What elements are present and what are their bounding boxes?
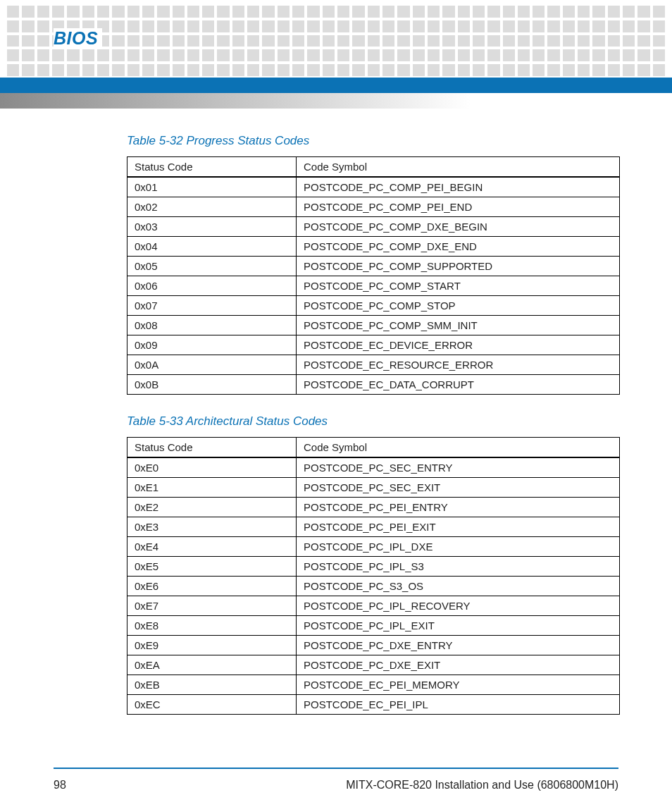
page-number: 98 [54,779,66,791]
code-symbol-cell: POSTCODE_PC_SEC_EXIT [297,478,620,498]
table-row: 0xE8POSTCODE_PC_IPL_EXIT [127,616,620,636]
code-symbol-cell: POSTCODE_PC_PEI_EXIT [297,517,620,537]
status-code-cell: 0xE9 [127,636,297,655]
status-code-cell: 0x02 [127,197,297,217]
code-symbol-cell: POSTCODE_PC_COMP_STOP [297,296,620,316]
status-code-cell: 0xE3 [127,517,297,537]
status-code-cell: 0xEC [127,695,297,715]
table-row: 0xE3POSTCODE_PC_PEI_EXIT [127,517,620,537]
status-code-cell: 0x05 [127,257,297,276]
code-symbol-cell: POSTCODE_PC_COMP_START [297,276,620,296]
code-symbol-cell: POSTCODE_PC_COMP_PEI_BEGIN [297,177,620,197]
table-row: 0xECPOSTCODE_EC_PEI_IPL [127,695,620,715]
table-architectural-status-codes: Status Code Code Symbol 0xE0POSTCODE_PC_… [127,437,620,715]
table-row: 0xE7POSTCODE_PC_IPL_RECOVERY [127,596,620,616]
table-row: 0x0BPOSTCODE_EC_DATA_CORRUPT [127,375,620,395]
code-symbol-cell: POSTCODE_PC_COMP_DXE_BEGIN [297,217,620,237]
status-code-cell: 0x0A [127,355,297,375]
status-code-cell: 0xE5 [127,557,297,577]
code-symbol-cell: POSTCODE_PC_IPL_DXE [297,537,620,557]
status-code-cell: 0xE8 [127,616,297,636]
table-row: 0x03POSTCODE_PC_COMP_DXE_BEGIN [127,217,620,237]
table-header: Status Code [127,438,297,458]
table-row: 0x08POSTCODE_PC_COMP_SMM_INIT [127,316,620,335]
code-symbol-cell: POSTCODE_PC_DXE_EXIT [297,655,620,675]
table-caption-progress: Table 5-32 Progress Status Codes [127,134,620,148]
code-symbol-cell: POSTCODE_PC_COMP_PEI_END [297,197,620,217]
table-row: 0xE4POSTCODE_PC_IPL_DXE [127,537,620,557]
table-row: 0xE2POSTCODE_PC_PEI_ENTRY [127,498,620,517]
table-row: 0x02POSTCODE_PC_COMP_PEI_END [127,197,620,217]
table-row: 0x07POSTCODE_PC_COMP_STOP [127,296,620,316]
table-row: 0xE6POSTCODE_PC_S3_OS [127,577,620,596]
table-header: Code Symbol [297,157,620,178]
status-code-cell: 0x04 [127,237,297,257]
code-symbol-cell: POSTCODE_PC_COMP_SMM_INIT [297,316,620,335]
table-caption-architectural: Table 5-33 Architectural Status Codes [127,414,620,429]
table-row: 0x01POSTCODE_PC_COMP_PEI_BEGIN [127,177,620,197]
table-progress-status-codes: Status Code Code Symbol 0x01POSTCODE_PC_… [127,156,620,395]
status-code-cell: 0x08 [127,316,297,335]
table-row: 0xE1POSTCODE_PC_SEC_EXIT [127,478,620,498]
status-code-cell: 0xE0 [127,457,297,478]
table-row: 0x05POSTCODE_PC_COMP_SUPPORTED [127,257,620,276]
code-symbol-cell: POSTCODE_EC_DATA_CORRUPT [297,375,620,395]
code-symbol-cell: POSTCODE_EC_RESOURCE_ERROR [297,355,620,375]
status-code-cell: 0xE7 [127,596,297,616]
footer-rule [54,768,618,769]
code-symbol-cell: POSTCODE_EC_DEVICE_ERROR [297,335,620,355]
status-code-cell: 0xEA [127,655,297,675]
header-blue-bar [0,78,672,93]
page-footer: 98 MITX-CORE-820 Installation and Use (6… [54,779,618,791]
table-row: 0xEBPOSTCODE_EC_PEI_MEMORY [127,675,620,695]
code-symbol-cell: POSTCODE_EC_PEI_MEMORY [297,675,620,695]
status-code-cell: 0xE2 [127,498,297,517]
page-content: Table 5-32 Progress Status Codes Status … [127,127,620,715]
code-symbol-cell: POSTCODE_EC_PEI_IPL [297,695,620,715]
table-row: 0x0APOSTCODE_EC_RESOURCE_ERROR [127,355,620,375]
table-row: 0xE5POSTCODE_PC_IPL_S3 [127,557,620,577]
table-row: 0x04POSTCODE_PC_COMP_DXE_END [127,237,620,257]
status-code-cell: 0x03 [127,217,297,237]
table-header: Code Symbol [297,438,620,458]
status-code-cell: 0x01 [127,177,297,197]
code-symbol-cell: POSTCODE_PC_IPL_S3 [297,557,620,577]
code-symbol-cell: POSTCODE_PC_DXE_ENTRY [297,636,620,655]
status-code-cell: 0x09 [127,335,297,355]
doc-title: MITX-CORE-820 Installation and Use (6806… [346,779,618,791]
status-code-cell: 0x07 [127,296,297,316]
table-row: 0xE0POSTCODE_PC_SEC_ENTRY [127,457,620,478]
table-row: 0xE9POSTCODE_PC_DXE_ENTRY [127,636,620,655]
code-symbol-cell: POSTCODE_PC_COMP_SUPPORTED [297,257,620,276]
status-code-cell: 0xE6 [127,577,297,596]
status-code-cell: 0x06 [127,276,297,296]
table-row: 0x09POSTCODE_EC_DEVICE_ERROR [127,335,620,355]
header-gradient-bar [0,93,672,109]
status-code-cell: 0xE4 [127,537,297,557]
section-title: BIOS [54,28,102,49]
code-symbol-cell: POSTCODE_PC_IPL_RECOVERY [297,596,620,616]
code-symbol-cell: POSTCODE_PC_PEI_ENTRY [297,498,620,517]
table-row: 0xEAPOSTCODE_PC_DXE_EXIT [127,655,620,675]
code-symbol-cell: POSTCODE_PC_SEC_ENTRY [297,457,620,478]
table-header: Status Code [127,157,297,178]
status-code-cell: 0xEB [127,675,297,695]
status-code-cell: 0xE1 [127,478,297,498]
code-symbol-cell: POSTCODE_PC_S3_OS [297,577,620,596]
status-code-cell: 0x0B [127,375,297,395]
code-symbol-cell: POSTCODE_PC_IPL_EXIT [297,616,620,636]
code-symbol-cell: POSTCODE_PC_COMP_DXE_END [297,237,620,257]
table-row: 0x06POSTCODE_PC_COMP_START [127,276,620,296]
